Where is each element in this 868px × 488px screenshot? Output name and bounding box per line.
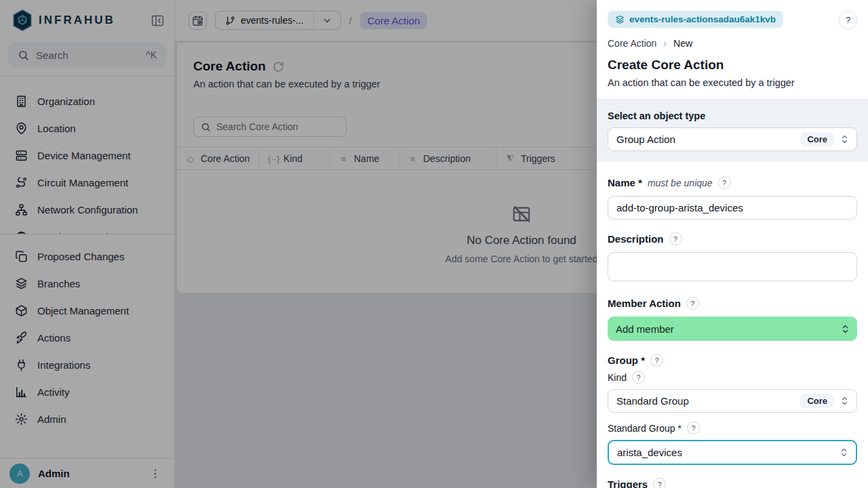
layers-icon (615, 15, 625, 24)
standard-group-help-icon[interactable]: ? (687, 422, 700, 434)
core-badge: Core (800, 132, 834, 146)
name-label: Name * (608, 177, 642, 188)
standard-group-value: arista_devices (617, 447, 839, 458)
name-input[interactable] (608, 196, 857, 220)
member-action-help-icon[interactable]: ? (686, 297, 699, 310)
drawer-subtitle: An action that can be executed by a trig… (608, 77, 857, 99)
object-type-value: Group Action (616, 134, 800, 145)
drawer-form: Name * must be unique ? Description ? Me… (597, 162, 868, 488)
create-core-action-drawer: events-rules-actionsadau6ak1kvb ? Core A… (597, 0, 868, 488)
description-input[interactable] (608, 252, 857, 281)
description-help-icon[interactable]: ? (669, 232, 682, 245)
member-action-label: Member Action (608, 298, 681, 309)
triggers-help-icon[interactable]: ? (653, 478, 666, 488)
chevrons-up-down-icon (840, 134, 850, 144)
kind-value: Standard Group (616, 395, 800, 407)
kind-help-icon[interactable]: ? (632, 371, 645, 384)
description-label: Description (608, 233, 664, 245)
object-type-select[interactable]: Group Action Core (608, 127, 857, 151)
standard-group-select[interactable]: arista_devices (608, 440, 857, 465)
core-badge: Core (800, 394, 834, 408)
object-type-section: Select an object type Group Action Core (597, 99, 868, 162)
object-type-label: Select an object type (608, 110, 857, 121)
group-label: Group * (608, 354, 645, 366)
help-button[interactable]: ? (839, 11, 857, 29)
chevron-right-icon: › (663, 38, 667, 49)
drawer-title: Create Core Action (608, 58, 857, 73)
drawer-breadcrumb: Core Action › New (608, 38, 857, 49)
breadcrumb-parent[interactable]: Core Action (608, 38, 656, 49)
standard-group-label: Standard Group * (608, 423, 682, 434)
name-hint: must be unique (648, 178, 713, 188)
name-help-icon[interactable]: ? (718, 176, 731, 189)
breadcrumb-current: New (673, 38, 692, 49)
branch-badge[interactable]: events-rules-actionsadau6ak1kvb (608, 11, 783, 28)
triggers-label: Triggers (608, 479, 648, 488)
kind-select[interactable]: Standard Group Core (608, 389, 857, 413)
chevrons-up-down-icon (839, 447, 849, 458)
kind-label: Kind (608, 372, 627, 383)
chevrons-up-down-icon (840, 396, 850, 406)
group-help-icon[interactable]: ? (650, 354, 663, 367)
member-action-select[interactable]: Add member (608, 317, 857, 341)
chevrons-up-down-icon (840, 324, 850, 334)
member-action-value: Add member (616, 323, 840, 335)
branch-badge-label: events-rules-actionsadau6ak1kvb (629, 14, 776, 24)
